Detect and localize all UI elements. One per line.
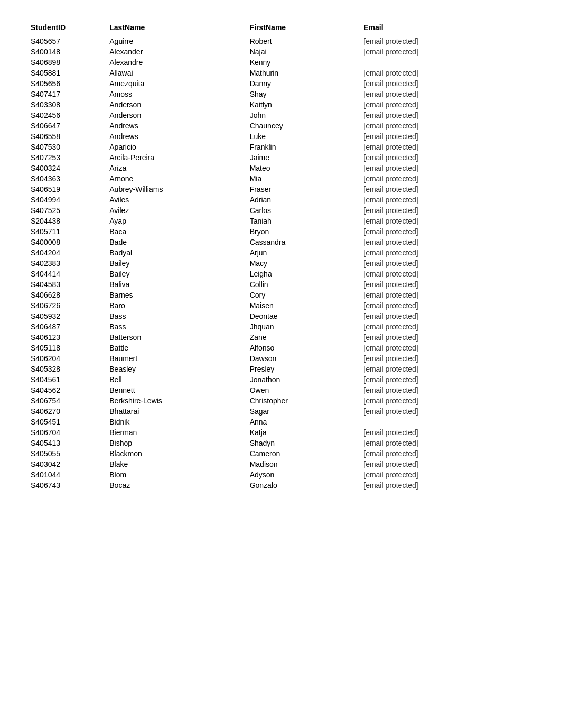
cell-first-name: Dawson — [246, 353, 360, 364]
cell-first-name: Mia — [246, 173, 360, 184]
table-row: S406558AndrewsLuke[email protected] — [26, 131, 535, 142]
cell-email — [359, 417, 535, 427]
cell-last-name: Ayap — [105, 216, 245, 226]
cell-first-name: Taniah — [246, 216, 360, 226]
cell-first-name: Mathurin — [246, 68, 360, 78]
table-row: S404561BellJonathon[email protected] — [26, 374, 535, 385]
cell-last-name: Bailey — [105, 269, 245, 279]
cell-email: [email protected] — [359, 385, 535, 395]
table-row: S405656AmezquitaDanny[email protected] — [26, 78, 535, 89]
cell-last-name: Bass — [105, 321, 245, 332]
cell-last-name: Batterson — [105, 332, 245, 343]
cell-last-name: Bennett — [105, 385, 245, 395]
cell-first-name: Shay — [246, 89, 360, 99]
table-row: S405932BassDeontae[email protected] — [26, 311, 535, 321]
table-row: S407253Arcila-PereiraJaime[email protect… — [26, 152, 535, 163]
cell-student-id: S404583 — [26, 279, 105, 290]
cell-last-name: Baumert — [105, 353, 245, 364]
cell-student-id: S406743 — [26, 480, 105, 491]
cell-last-name: Anderson — [105, 110, 245, 121]
cell-last-name: Baro — [105, 300, 245, 311]
cell-first-name: Shadyn — [246, 438, 360, 448]
cell-first-name: Franklin — [246, 142, 360, 152]
cell-email: [email protected] — [359, 427, 535, 438]
cell-email: [email protected] — [359, 343, 535, 353]
cell-last-name: Amezquita — [105, 78, 245, 89]
cell-first-name: Arjun — [246, 247, 360, 258]
cell-last-name: Amoss — [105, 89, 245, 99]
cell-student-id: S406898 — [26, 57, 105, 68]
cell-first-name: Chauncey — [246, 121, 360, 131]
cell-last-name: Aparicio — [105, 142, 245, 152]
cell-student-id: S204438 — [26, 216, 105, 226]
table-row: S401044BlomAdyson[email protected] — [26, 469, 535, 480]
cell-student-id: S406270 — [26, 406, 105, 417]
cell-first-name: Owen — [246, 385, 360, 395]
table-row: S406204BaumertDawson[email protected] — [26, 353, 535, 364]
table-row: S406519Aubrey-WilliamsFraser[email prote… — [26, 184, 535, 195]
cell-first-name: Najai — [246, 47, 360, 57]
header-last-name: LastName — [105, 21, 245, 36]
cell-student-id: S404562 — [26, 385, 105, 395]
cell-email: [email protected] — [359, 395, 535, 406]
cell-student-id: S405451 — [26, 417, 105, 427]
cell-first-name: Katja — [246, 427, 360, 438]
cell-student-id: S403308 — [26, 99, 105, 110]
cell-email: [email protected] — [359, 332, 535, 343]
cell-student-id: S406558 — [26, 131, 105, 142]
table-row: S406487BassJhquan[email protected] — [26, 321, 535, 332]
cell-student-id: S402456 — [26, 110, 105, 121]
cell-student-id: S402383 — [26, 258, 105, 269]
table-row: S403042BlakeMadison[email protected] — [26, 459, 535, 469]
cell-email: [email protected] — [359, 68, 535, 78]
table-row: S404562BennettOwen[email protected] — [26, 385, 535, 395]
cell-student-id: S406754 — [26, 395, 105, 406]
cell-first-name: Collin — [246, 279, 360, 290]
cell-last-name: Barnes — [105, 290, 245, 300]
cell-last-name: Blake — [105, 459, 245, 469]
table-row: S403308AndersonKaitlyn[email protected] — [26, 99, 535, 110]
table-row: S405055BlackmonCameron[email protected] — [26, 448, 535, 459]
cell-first-name: Robert — [246, 36, 360, 47]
table-header-row: StudentID LastName FirstName Email — [26, 21, 535, 36]
cell-last-name: Bade — [105, 237, 245, 247]
table-row: S406754Berkshire-LewisChristopher[email … — [26, 395, 535, 406]
cell-last-name: Bailey — [105, 258, 245, 269]
student-table-container: StudentID LastName FirstName Email S4056… — [26, 21, 535, 491]
cell-last-name: Berkshire-Lewis — [105, 395, 245, 406]
cell-first-name: Fraser — [246, 184, 360, 195]
cell-email: [email protected] — [359, 152, 535, 163]
cell-email: [email protected] — [359, 247, 535, 258]
cell-last-name: Bass — [105, 311, 245, 321]
cell-email: [email protected] — [359, 78, 535, 89]
cell-last-name: Bhattarai — [105, 406, 245, 417]
cell-student-id: S407253 — [26, 152, 105, 163]
cell-first-name: Macy — [246, 258, 360, 269]
table-row: S404363ArnoneMia[email protected] — [26, 173, 535, 184]
cell-last-name: Ariza — [105, 163, 245, 173]
cell-email: [email protected] — [359, 121, 535, 131]
table-row: S405451BidnikAnna — [26, 417, 535, 427]
cell-last-name: Battle — [105, 343, 245, 353]
cell-student-id: S400008 — [26, 237, 105, 247]
cell-email: [email protected] — [359, 216, 535, 226]
table-row: S406123BattersonZane[email protected] — [26, 332, 535, 343]
cell-email: [email protected] — [359, 374, 535, 385]
cell-student-id: S406487 — [26, 321, 105, 332]
table-row: S404414BaileyLeigha[email protected] — [26, 269, 535, 279]
cell-email: [email protected] — [359, 406, 535, 417]
cell-student-id: S406519 — [26, 184, 105, 195]
cell-first-name: Gonzalo — [246, 480, 360, 491]
cell-email: [email protected] — [359, 279, 535, 290]
cell-last-name: Alexander — [105, 47, 245, 57]
cell-first-name: Deontae — [246, 311, 360, 321]
cell-last-name: Bishop — [105, 438, 245, 448]
table-row: S405711BacaBryon[email protected] — [26, 226, 535, 237]
cell-student-id: S405413 — [26, 438, 105, 448]
cell-student-id: S406704 — [26, 427, 105, 438]
cell-email: [email protected] — [359, 469, 535, 480]
cell-student-id: S405932 — [26, 311, 105, 321]
cell-last-name: Bocaz — [105, 480, 245, 491]
cell-last-name: Bidnik — [105, 417, 245, 427]
cell-email: [email protected] — [359, 448, 535, 459]
